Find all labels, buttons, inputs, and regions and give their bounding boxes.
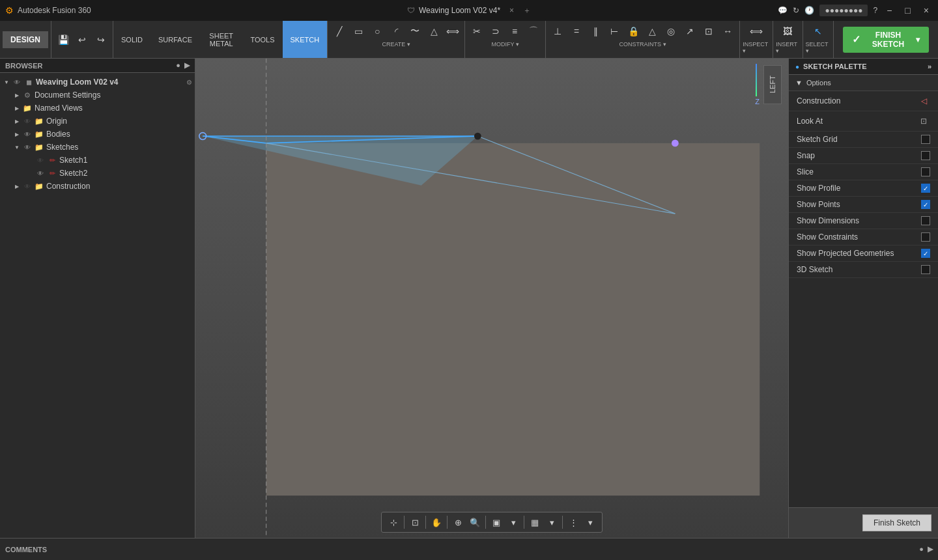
parallel-icon[interactable]: ∥ xyxy=(586,22,604,40)
spline-icon[interactable]: 〜 xyxy=(406,22,424,40)
select-icon[interactable]: ↖ xyxy=(809,22,827,40)
tree-bodies[interactable]: ▶ 👁 📁 Bodies xyxy=(0,128,195,141)
palette-option-look-at[interactable]: Look At ⊡ xyxy=(789,111,938,132)
insert-image-icon[interactable]: 🖼 xyxy=(778,22,797,40)
comments-collapse-icon[interactable]: ▶ xyxy=(928,545,933,553)
collinear-icon[interactable]: = xyxy=(567,22,586,40)
construction-option-icon[interactable]: ◁ xyxy=(917,94,930,107)
fix-icon[interactable]: ↗ xyxy=(681,22,699,40)
sync-icon[interactable]: ↻ xyxy=(793,6,799,15)
undo-icon[interactable]: ↩ xyxy=(73,31,91,49)
vp-zoom-fit-icon[interactable]: ⊕ xyxy=(450,514,466,530)
vp-grid-icon[interactable]: ⊡ xyxy=(407,514,423,530)
mirror-icon[interactable]: ⟺ xyxy=(444,22,462,40)
construction-eye[interactable]: 👁 xyxy=(22,181,33,191)
palette-option-3d-sketch[interactable]: 3D Sketch xyxy=(789,262,938,278)
vp-more-icon[interactable]: ⋮ xyxy=(565,514,581,530)
minimize-btn[interactable]: − xyxy=(883,4,896,17)
close-btn[interactable]: × xyxy=(920,4,933,17)
midpoint-icon[interactable]: ⊡ xyxy=(700,22,718,40)
vp-snap-icon[interactable]: ⊹ xyxy=(386,514,401,530)
vp-grid-display-icon[interactable]: ▦ xyxy=(527,514,543,530)
vp-zoom-icon[interactable]: 🔍 xyxy=(467,514,483,530)
line-icon[interactable]: ╱ xyxy=(330,22,348,40)
measure-icon[interactable]: ⟺ xyxy=(747,22,765,40)
tangent-icon[interactable]: 🔒 xyxy=(624,22,642,40)
save-icon[interactable]: 💾 xyxy=(54,31,72,49)
equal-icon[interactable]: △ xyxy=(643,22,661,40)
3d-sketch-checkbox[interactable] xyxy=(921,265,930,274)
palette-option-show-projected-geometries[interactable]: Show Projected Geometries ✓ xyxy=(789,245,938,262)
rect-icon[interactable]: ▭ xyxy=(349,22,367,40)
palette-option-show-dimensions[interactable]: Show Dimensions xyxy=(789,213,938,229)
show-constraints-checkbox[interactable] xyxy=(921,232,930,242)
palette-collapse-icon[interactable]: » xyxy=(928,63,931,70)
tab-tools[interactable]: TOOLS xyxy=(242,21,282,58)
show-projected-geometries-checkbox[interactable]: ✓ xyxy=(921,249,930,258)
add-tab-btn[interactable]: ＋ xyxy=(523,5,531,16)
help-btn[interactable]: ? xyxy=(873,6,877,15)
sketch2-eye[interactable]: 👁 xyxy=(35,168,46,178)
clock-icon[interactable]: 🕐 xyxy=(804,6,814,15)
polygon-icon[interactable]: △ xyxy=(425,22,443,40)
redo-icon[interactable]: ↪ xyxy=(92,31,110,49)
comments-pin-icon[interactable]: ● xyxy=(919,545,924,553)
break-icon[interactable]: ≡ xyxy=(505,22,524,40)
palette-option-snap[interactable]: Snap xyxy=(789,148,938,164)
view-cube[interactable]: LEFT xyxy=(763,65,782,104)
tree-document-settings[interactable]: ▶ ⚙ Document Settings xyxy=(0,89,195,102)
tab-surface[interactable]: SURFACE xyxy=(150,21,200,58)
extend-icon[interactable]: ⊃ xyxy=(487,22,505,40)
vp-display-mode-icon[interactable]: ▣ xyxy=(489,514,504,530)
origin-eye[interactable]: 👁 xyxy=(22,116,33,126)
palette-option-slice[interactable]: Slice xyxy=(789,164,938,180)
finish-sketch-palette-btn[interactable]: Finish Sketch xyxy=(862,514,931,531)
root-settings-icon[interactable]: ⚙ xyxy=(186,79,192,86)
show-dimensions-checkbox[interactable] xyxy=(921,216,930,225)
maximize-btn[interactable]: □ xyxy=(901,4,914,17)
tree-sketches[interactable]: ▼ 👁 📁 Sketches xyxy=(0,141,195,154)
bodies-eye[interactable]: 👁 xyxy=(22,129,33,139)
vp-display-mode-arrow[interactable]: ▾ xyxy=(505,514,521,530)
tab-sheet-metal[interactable]: SHEET METAL xyxy=(200,21,242,58)
tree-construction[interactable]: ▶ 👁 📁 Construction xyxy=(0,180,195,193)
tree-sketch1[interactable]: 👁 ✏ Sketch1 xyxy=(0,154,195,167)
user-badge[interactable]: ●●●●●●●● xyxy=(819,5,868,16)
sketches-eye[interactable]: 👁 xyxy=(22,142,33,152)
tree-named-views[interactable]: ▶ 📁 Named Views xyxy=(0,102,195,115)
look-at-option-icon[interactable]: ⊡ xyxy=(917,115,930,128)
fillet-icon[interactable]: ⌒ xyxy=(524,22,543,40)
sketch-grid-checkbox[interactable] xyxy=(921,135,930,144)
symmetry-icon[interactable]: ↔ xyxy=(718,22,737,40)
viewport[interactable]: LEFT Z ⊹ ⊡ ✋ ⊕ 🔍 ▣ ▾ ▦ ▾ ⋮ ▾ xyxy=(195,59,788,538)
coincident-icon[interactable]: ⊥ xyxy=(548,22,567,40)
tree-root[interactable]: ▼ 👁 ◼ Weaving Loom V02 v4 ⚙ xyxy=(0,76,195,89)
snap-checkbox[interactable] xyxy=(921,151,930,160)
show-points-checkbox[interactable]: ✓ xyxy=(921,200,930,209)
finish-sketch-btn[interactable]: ✓ FINISH SKETCH ▾ xyxy=(843,27,929,53)
trim-icon[interactable]: ✂ xyxy=(468,22,486,40)
browser-collapse-icon[interactable]: ▶ xyxy=(184,61,190,70)
palette-option-show-points[interactable]: Show Points ✓ xyxy=(789,197,938,213)
vp-pan-icon[interactable]: ✋ xyxy=(429,514,444,530)
tab-sketch[interactable]: SKETCH xyxy=(283,21,328,58)
palette-option-show-profile[interactable]: Show Profile ✓ xyxy=(789,180,938,197)
close-file-btn[interactable]: × xyxy=(509,6,514,15)
circle-icon[interactable]: ○ xyxy=(368,22,386,40)
vp-more-arrow[interactable]: ▾ xyxy=(582,514,598,530)
palette-option-show-constraints[interactable]: Show Constraints xyxy=(789,229,938,245)
perpendicular-icon[interactable]: ⊢ xyxy=(605,22,623,40)
root-eye[interactable]: 👁 xyxy=(12,77,22,87)
palette-option-sketch-grid[interactable]: Sketch Grid xyxy=(789,132,938,148)
slice-checkbox[interactable] xyxy=(921,167,930,176)
arc-icon[interactable]: ◜ xyxy=(387,22,405,40)
palette-options-section[interactable]: ▼ Options xyxy=(789,75,938,91)
vp-grid-arrow[interactable]: ▾ xyxy=(544,514,560,530)
tree-sketch2[interactable]: 👁 ✏ Sketch2 xyxy=(0,167,195,180)
browser-pin-icon[interactable]: ● xyxy=(176,61,180,70)
tree-origin[interactable]: ▶ 👁 📁 Origin xyxy=(0,115,195,128)
tab-solid[interactable]: SOLID xyxy=(113,21,150,58)
notification-icon[interactable]: 💬 xyxy=(778,6,788,15)
design-button[interactable]: DESIGN xyxy=(3,31,48,48)
concentric-icon[interactable]: ◎ xyxy=(662,22,680,40)
